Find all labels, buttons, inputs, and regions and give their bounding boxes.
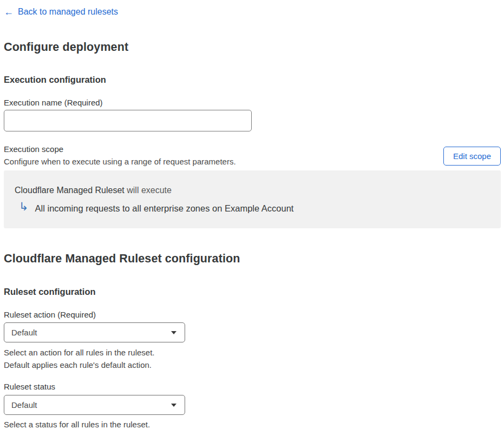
execution-scope-description: Configure when to execute using a range … (4, 156, 236, 167)
scope-summary-text: All incoming requests to all enterprise … (35, 202, 294, 214)
execution-scope-label: Execution scope (4, 144, 236, 154)
ruleset-configuration-subheading: Ruleset configuration (4, 286, 501, 298)
execution-configuration-heading: Execution configuration (4, 74, 501, 85)
execution-summary-box: Cloudflare Managed Ruleset will execute … (4, 170, 501, 228)
ruleset-action-value: Default (11, 328, 37, 337)
back-arrow-icon: ← (4, 7, 14, 17)
ruleset-status-help: Select a status for all rules in the rul… (4, 418, 501, 429)
page-title: Configure deployment (4, 39, 501, 55)
ruleset-action-label: Ruleset action (Required) (4, 309, 501, 320)
execution-scope-text: Execution scope Configure when to execut… (4, 144, 236, 167)
ruleset-status-label: Ruleset status (4, 381, 501, 392)
down-right-arrow-icon: ↳ (19, 202, 29, 212)
ruleset-action-help-line2: Default applies each rule's default acti… (4, 359, 501, 371)
execution-name-label: Execution name (Required) (4, 97, 501, 108)
configure-deployment-page: ← Back to managed rulesets Configure dep… (0, 0, 504, 429)
ruleset-status-value: Default (11, 400, 37, 410)
edit-scope-button[interactable]: Edit scope (443, 147, 501, 166)
ruleset-name-text: Cloudflare Managed Ruleset (15, 186, 125, 195)
execution-scope-row: Execution scope Configure when to execut… (4, 144, 501, 167)
chevron-down-icon (171, 404, 176, 407)
back-to-managed-rulesets-link[interactable]: ← Back to managed rulesets (4, 6, 118, 17)
ruleset-action-help-line1: Select an action for all rules in the ru… (4, 346, 501, 359)
execution-summary-line: Cloudflare Managed Ruleset will execute (15, 185, 490, 195)
chevron-down-icon (171, 331, 176, 334)
execution-name-input[interactable] (4, 110, 252, 131)
ruleset-status-select[interactable]: Default (4, 395, 185, 415)
execution-scope-summary: ↳ All incoming requests to all enterpris… (15, 202, 490, 214)
ruleset-action-select[interactable]: Default (4, 322, 185, 342)
will-execute-text: will execute (127, 186, 172, 195)
back-link-label: Back to managed rulesets (18, 6, 118, 17)
ruleset-configuration-title: Cloudflare Managed Ruleset configuration (4, 251, 501, 266)
